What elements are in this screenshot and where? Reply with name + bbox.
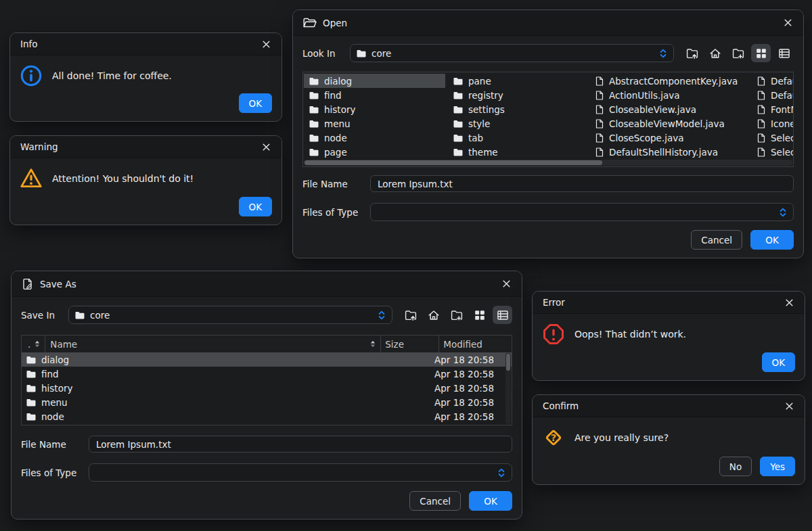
item-label: node [324,133,347,143]
details-view-button[interactable] [493,306,512,324]
file-list-item[interactable]: ActionUtils.java [590,88,744,102]
details-view-button[interactable] [774,44,794,62]
file-list-item[interactable]: CloseableViewModel.java [590,116,744,131]
folder-icon [309,106,319,114]
file-list-item[interactable]: style [448,116,512,131]
no-button[interactable]: No [719,457,752,476]
ok-button[interactable]: OK [239,93,272,113]
ok-button[interactable]: OK [750,230,794,250]
close-button[interactable] [499,277,514,292]
item-label: IconedVi [771,118,794,129]
error-dialog: Error Oops! That didn’t work. OK [532,291,805,381]
item-label: Selectab [771,133,794,143]
file-list-item[interactable]: registry [448,88,512,102]
file-list-item[interactable]: DefaultShellHistory.java [590,145,744,159]
dialog-title: Open [323,18,774,28]
file-list-item[interactable]: DefaultS [752,88,794,102]
table-row[interactable]: menuApr 18 20:58 [22,395,512,409]
dialog-message: Oops! That didn’t work. [574,329,686,340]
details-view-icon [497,309,509,321]
file-list-item[interactable]: page [304,145,445,159]
close-button[interactable] [782,295,796,310]
table-row[interactable]: historyApr 18 20:58 [22,381,512,395]
warning-dialog-titlebar[interactable]: Warning [10,136,281,158]
save-in-combobox[interactable]: core [68,306,392,324]
folder-icon [26,398,36,407]
save-in-label: Save In [21,310,68,321]
column-header-icon[interactable]: . [22,336,45,352]
file-list-item[interactable]: tab [448,131,512,145]
file-icon [595,119,604,129]
item-label: DefaultS [771,90,794,101]
table-row[interactable]: findApr 18 20:58 [22,367,512,381]
file-list-item[interactable]: IconedVi [752,116,794,131]
file-list-item[interactable]: menu [304,116,445,131]
home-button[interactable] [705,44,725,62]
column-header-size[interactable]: Size [381,336,439,352]
ok-button[interactable]: OK [762,352,795,372]
file-list-item[interactable]: node [304,131,445,145]
file-list-item[interactable]: CloseScope.java [590,131,744,145]
confirm-dialog-titlebar[interactable]: Confirm [533,395,805,417]
files-of-type-combobox[interactable] [89,463,512,482]
table-row[interactable]: nodeApr 18 20:58 [22,409,512,423]
file-list-item[interactable]: AbstractComponentKey.java [590,74,744,88]
ok-button[interactable]: OK [469,491,512,511]
file-list-column: DefaultS DefaultS FontMan IconedVi Selec… [752,74,794,159]
close-button[interactable] [780,16,795,30]
column-header-modified[interactable]: Modified [439,336,512,352]
file-list-item[interactable]: pane [448,74,512,88]
dialog-body: Oops! That didn’t work. OK [533,314,805,380]
file-name-input[interactable] [370,175,794,192]
file-list-item[interactable]: theme [448,145,512,159]
cancel-button[interactable]: Cancel [691,230,742,250]
file-icon [595,147,604,157]
file-list-item[interactable]: Selectab [752,145,794,159]
home-icon [428,309,440,321]
file-list-item[interactable]: settings [448,102,512,116]
new-folder-button[interactable] [728,44,748,62]
file-list-item[interactable]: dialog [304,74,445,88]
error-dialog-titlebar[interactable]: Error [533,292,805,314]
save-dialog-titlebar[interactable]: Save As [12,271,522,297]
file-list-item[interactable]: find [304,88,445,102]
grid-view-button[interactable] [751,44,771,62]
file-list-item[interactable]: history [304,102,445,116]
file-list-item[interactable]: DefaultS [752,74,794,88]
scrollbar-thumb[interactable] [506,354,510,371]
new-folder-button[interactable] [447,306,466,324]
close-button[interactable] [258,139,273,154]
ok-button[interactable]: OK [239,197,272,216]
scrollbar-thumb[interactable] [304,160,602,165]
folder-icon [357,49,366,57]
file-name-label: File Name [21,439,89,450]
open-dialog-titlebar[interactable]: Open [293,10,803,36]
file-list-item[interactable]: Selectab [752,131,794,145]
folder-icon [309,120,319,128]
file-name-input[interactable] [89,436,512,453]
table-row[interactable]: dialogApr 18 20:58 [22,352,512,367]
file-icon [757,133,765,143]
info-dialog-titlebar[interactable]: Info [10,33,281,55]
yes-button[interactable]: Yes [760,457,795,476]
up-folder-button[interactable] [401,306,420,324]
file-list-item[interactable]: FontMan [752,102,794,116]
desktop: Info All done! Time for coffee. OK Warni… [0,0,812,531]
file-list-item[interactable]: CloseableView.java [590,102,744,116]
file-name-label: File Name [302,179,370,189]
column-header-name[interactable]: Name [45,336,381,352]
dialog-title: Confirm [543,400,775,411]
horizontal-scrollbar[interactable] [304,160,792,166]
close-icon [503,280,510,287]
file-list-column: dialog find history menu node page [304,74,445,159]
grid-view-button[interactable] [470,306,489,324]
warning-icon [20,167,43,190]
home-button[interactable] [424,306,443,324]
up-folder-button[interactable] [682,44,702,62]
files-of-type-combobox[interactable] [370,203,794,221]
vertical-scrollbar[interactable] [505,353,511,424]
look-in-combobox[interactable]: core [350,44,674,62]
close-button[interactable] [782,398,796,413]
cancel-button[interactable]: Cancel [409,491,461,511]
close-button[interactable] [258,37,273,51]
